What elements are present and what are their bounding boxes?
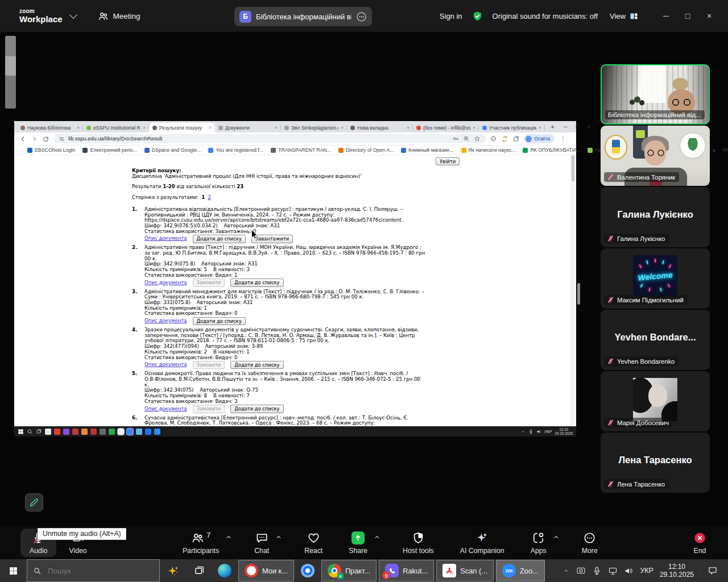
- bookmark-item[interactable]: You are registered f...: [208, 147, 263, 153]
- meeting-title-pill[interactable]: Б Бібліотека інформаційний відді: [234, 7, 372, 26]
- taskbar-app-icon[interactable]: [54, 429, 60, 435]
- browser-tab[interactable]: Результати пошуку×: [149, 123, 215, 132]
- search-icon[interactable]: [27, 429, 33, 435]
- login-button[interactable]: Увійти: [436, 157, 460, 165]
- bookmarks-overflow-icon[interactable]: »: [713, 147, 716, 153]
- add-to-list-button[interactable]: Додати до списку: [193, 235, 246, 243]
- chevron-up-icon[interactable]: [225, 533, 233, 541]
- taskbar-app-acrobat[interactable]: Scan (...: [436, 560, 494, 581]
- page-2-link[interactable]: 2: [208, 194, 211, 200]
- tray-mic-icon[interactable]: [592, 566, 602, 576]
- tab-close-icon[interactable]: ×: [209, 125, 212, 130]
- browser-menu-icon[interactable]: ⋮: [559, 135, 567, 143]
- browser-tab[interactable]: (без теми) - inflib@ssp...×: [413, 123, 479, 132]
- browser-tab[interactable]: Документи×: [215, 123, 281, 132]
- taskbar-app-icon[interactable]: [63, 429, 69, 435]
- taskbar-search[interactable]: [27, 559, 160, 582]
- taskbar-app-chromium[interactable]: [295, 559, 320, 582]
- clock[interactable]: 12:1029.10.2025: [555, 427, 573, 435]
- tray-chevron-up-icon[interactable]: [562, 567, 570, 575]
- add-to-list-button[interactable]: Додати до списку: [230, 405, 283, 413]
- zoom-in-icon[interactable]: [463, 135, 470, 142]
- add-to-list-button[interactable]: Додати до списку: [193, 317, 246, 325]
- reload-icon[interactable]: [42, 135, 49, 143]
- taskbar-app-opera[interactable]: Мои к...: [238, 560, 294, 581]
- language-indicator[interactable]: УКР: [640, 567, 653, 575]
- doc-description-link[interactable]: Опис документа: [144, 236, 187, 242]
- bookmark-star-icon[interactable]: [474, 135, 481, 142]
- extension-icon[interactable]: [490, 135, 497, 143]
- browser-tab[interactable]: Наукова Бібліотека×: [17, 123, 83, 132]
- volume-icon[interactable]: [536, 429, 541, 434]
- forward-icon[interactable]: [31, 135, 38, 143]
- taskbar-app-icon[interactable]: [81, 429, 88, 435]
- bookmark-item[interactable]: TRANSPARENT RAN...: [271, 147, 331, 153]
- toolbar-button-ai-companion[interactable]: AI Companion: [456, 529, 509, 557]
- chevron-up-icon[interactable]: [373, 533, 381, 541]
- language-indicator[interactable]: УКР: [544, 429, 552, 434]
- bookmark-item[interactable]: EBSCOhost Login: [27, 147, 75, 153]
- toolbar-button-chat[interactable]: Chat: [250, 529, 274, 557]
- zoom-scrollbar-thumb[interactable]: [577, 283, 580, 305]
- tray-mic-icon[interactable]: [528, 429, 533, 434]
- taskbar-app-icon[interactable]: [127, 429, 133, 435]
- tab-close-icon[interactable]: ×: [275, 125, 278, 130]
- participant-tile[interactable]: Валентина Торяник: [601, 126, 710, 186]
- toolbar-button-react[interactable]: React: [300, 529, 327, 557]
- minimize-button[interactable]: ─: [655, 11, 677, 20]
- taskbar-app-icon[interactable]: [154, 429, 160, 435]
- sign-in-button[interactable]: Sign in: [440, 12, 462, 20]
- browser-close-button[interactable]: ×: [588, 124, 590, 130]
- tab-close-icon[interactable]: ×: [407, 125, 410, 130]
- password-key-icon[interactable]: [452, 135, 459, 142]
- new-tab-button[interactable]: +: [548, 123, 557, 131]
- more-options-icon[interactable]: [356, 11, 367, 22]
- browser-restore-button[interactable]: □: [576, 124, 578, 130]
- participant-tile[interactable]: Бібліотека інформаційний від...: [601, 64, 710, 124]
- search-input[interactable]: [47, 566, 140, 576]
- toolbar-button-participants[interactable]: 7Participants: [178, 529, 224, 557]
- tab-close-icon[interactable]: ×: [77, 125, 80, 130]
- tray-chevron-up-icon[interactable]: [520, 429, 526, 434]
- doc-description-link[interactable]: Опис документа: [144, 280, 187, 286]
- participant-tile[interactable]: Лена ТарасенкоЛена Тарасенко: [601, 433, 710, 493]
- taskbar-app-icon[interactable]: [72, 429, 78, 435]
- chevron-up-icon[interactable]: [275, 533, 283, 541]
- chevron-up-icon[interactable]: [552, 533, 560, 541]
- taskbar-app-zoomapp[interactable]: zmZoo...: [496, 560, 545, 581]
- tab-meeting[interactable]: Meeting: [98, 11, 140, 22]
- taskbar-app-icon[interactable]: [136, 429, 142, 435]
- maximize-button[interactable]: □: [677, 11, 698, 20]
- all-bookmarks-button[interactable]: Усі закладки: [723, 144, 728, 156]
- notification-center-button[interactable]: [700, 566, 725, 576]
- browser-tab[interactable]: eSSPU Institutional Repo...×: [83, 123, 149, 132]
- sync-icon[interactable]: [501, 135, 508, 143]
- screencast-icon[interactable]: [576, 566, 586, 576]
- taskbar-app-icon[interactable]: [45, 429, 51, 435]
- profile-chip[interactable]: Освіта: [524, 134, 555, 143]
- annotate-button[interactable]: [25, 493, 43, 512]
- taskbar-app-icon[interactable]: [145, 429, 151, 435]
- network-icon[interactable]: [608, 566, 618, 576]
- taskbar-app-icon[interactable]: [109, 429, 115, 435]
- toolbar-button-host-tools[interactable]: Host tools: [398, 529, 439, 557]
- scrollbar-thumb[interactable]: [572, 155, 574, 181]
- participant-tile[interactable]: Марія Добосевич: [601, 371, 710, 431]
- volume-icon[interactable]: [624, 566, 634, 576]
- toolbar-button-more[interactable]: More: [577, 529, 602, 557]
- bookmark-item[interactable]: DSpace and Google...: [144, 147, 201, 153]
- browser-tab[interactable]: Звіт Strikeplagiarism.com×: [281, 123, 347, 132]
- back-icon[interactable]: [19, 135, 27, 143]
- participant-tile[interactable]: Галина ЛукієнкоГалина Лукієнко: [601, 187, 710, 247]
- add-to-list-button[interactable]: Додати до списку: [230, 278, 283, 286]
- copilot-button[interactable]: [160, 559, 186, 582]
- start-button[interactable]: [0, 559, 27, 582]
- doc-description-link[interactable]: Опис документа: [144, 406, 187, 412]
- bookmark-item[interactable]: Як написати науко...: [461, 147, 516, 153]
- toolbar-button-apps[interactable]: Apps: [526, 529, 551, 557]
- tab-close-icon[interactable]: ×: [539, 125, 541, 130]
- browser-tab[interactable]: Участник публикации -...×: [479, 123, 545, 132]
- task-view-button[interactable]: [186, 559, 212, 582]
- close-button[interactable]: ×: [698, 11, 720, 20]
- bookmark-item[interactable]: ЯК ОПУБЛІКУВАТИ...: [523, 147, 580, 153]
